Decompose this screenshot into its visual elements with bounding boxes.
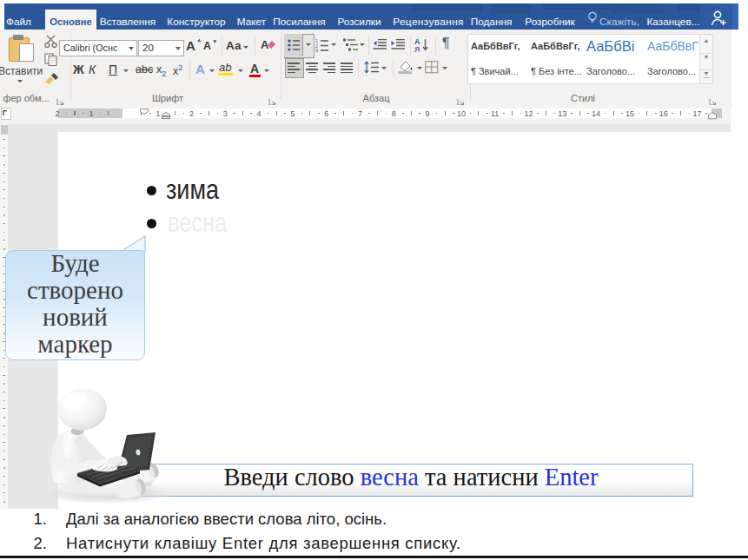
svg-text:3: 3 <box>315 48 318 52</box>
svg-text:Я: Я <box>414 45 420 53</box>
